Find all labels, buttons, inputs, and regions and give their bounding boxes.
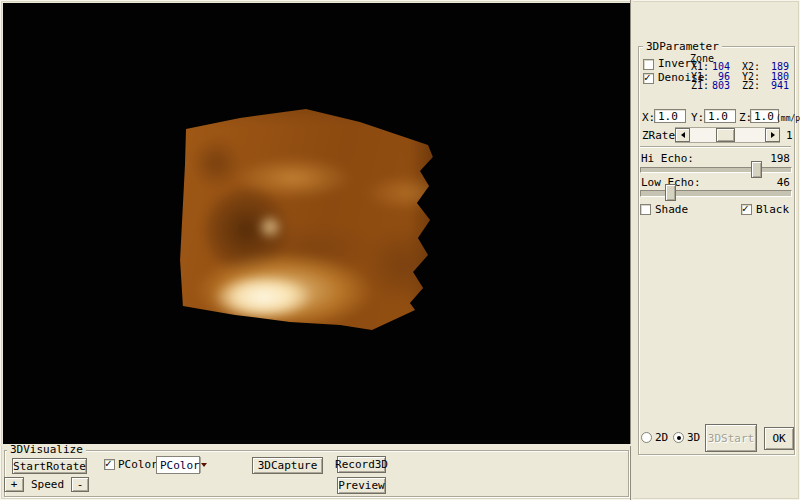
render-viewport[interactable] <box>3 3 630 444</box>
zrate-label: ZRate <box>642 130 675 141</box>
speed-minus-button[interactable]: - <box>71 477 89 492</box>
speed-label: Speed <box>31 479 64 490</box>
invert-checkbox[interactable] <box>643 59 654 70</box>
zrate-scroll-left-button[interactable] <box>675 128 690 142</box>
scale-y-label: Y: <box>691 112 704 123</box>
zrate-scroll-thumb[interactable] <box>716 128 735 142</box>
zone-z2-label: Z2: <box>742 81 759 91</box>
zrate-scroll-right-button[interactable] <box>765 128 780 142</box>
mode-3d-radio[interactable] <box>673 432 684 443</box>
3dcapture-button[interactable]: 3DCapture <box>252 457 323 474</box>
low-echo-slider-thumb[interactable] <box>665 184 676 201</box>
chevron-down-icon <box>201 463 207 470</box>
scale-unit-label: (mm/p) <box>776 113 800 124</box>
panel-horizontal-separator <box>0 444 631 446</box>
zone-z2-value: 941 <box>759 81 789 91</box>
visualize-groupbox-title: 3DVisualize <box>7 444 86 455</box>
app-window: 3DParameter Invert Denoise Zone X1: 104 … <box>0 0 800 500</box>
right-arrow-icon <box>771 132 778 138</box>
scale-x-input[interactable] <box>654 109 686 123</box>
record3d-button[interactable]: Record3D <box>337 456 386 473</box>
param-divider <box>640 146 791 148</box>
hi-echo-label: Hi Echo: <box>641 153 694 164</box>
mode-2d-label: 2D <box>655 432 668 443</box>
scale-z-input[interactable] <box>750 109 779 123</box>
start-rotate-button[interactable]: StartRotate <box>12 458 87 474</box>
zone-table: X1: 104 X2: 189 Y1: 96 Y2: 180 Z1: 803 Z… <box>691 62 789 91</box>
mode-2d-radio[interactable] <box>641 432 652 443</box>
pcolor-select-drop-button[interactable] <box>200 457 207 473</box>
ultrasound-volume-image <box>178 105 436 337</box>
left-arrow-icon <box>678 132 685 138</box>
black-label: Black <box>756 204 789 215</box>
param-groupbox-title: 3DParameter <box>643 41 722 52</box>
zone-z1-value: 803 <box>708 81 730 91</box>
3dstart-button[interactable]: 3DStart <box>705 424 757 452</box>
scale-y-input[interactable] <box>704 109 736 123</box>
low-echo-value: 46 <box>768 177 790 188</box>
hi-echo-slider-thumb[interactable] <box>751 161 762 178</box>
zrate-scrollbar[interactable] <box>675 127 780 143</box>
pcolor-select-value: PColor <box>157 459 200 472</box>
zone-z1-label: Z1: <box>691 81 708 91</box>
zrate-value: 1 <box>786 130 793 141</box>
panel-vertical-separator <box>630 0 633 500</box>
param-groupbox <box>638 46 795 455</box>
shade-label: Shade <box>655 204 688 215</box>
pcolor-label: PColor <box>118 459 158 470</box>
denoise-checkbox[interactable] <box>643 73 654 84</box>
hi-echo-value: 198 <box>768 153 790 164</box>
ultrasound-volume-texture <box>166 93 448 349</box>
shade-checkbox[interactable] <box>640 204 651 215</box>
ok-button[interactable]: OK <box>764 427 794 450</box>
preview-button[interactable]: Preview <box>337 477 386 494</box>
mode-3d-label: 3D <box>687 432 700 443</box>
pcolor-select[interactable]: PColor <box>156 456 200 474</box>
speed-plus-button[interactable]: + <box>4 477 24 492</box>
low-echo-slider[interactable] <box>640 190 792 197</box>
black-checkbox[interactable] <box>741 204 752 215</box>
pcolor-checkbox[interactable] <box>104 459 115 470</box>
hi-echo-slider[interactable] <box>640 167 792 173</box>
